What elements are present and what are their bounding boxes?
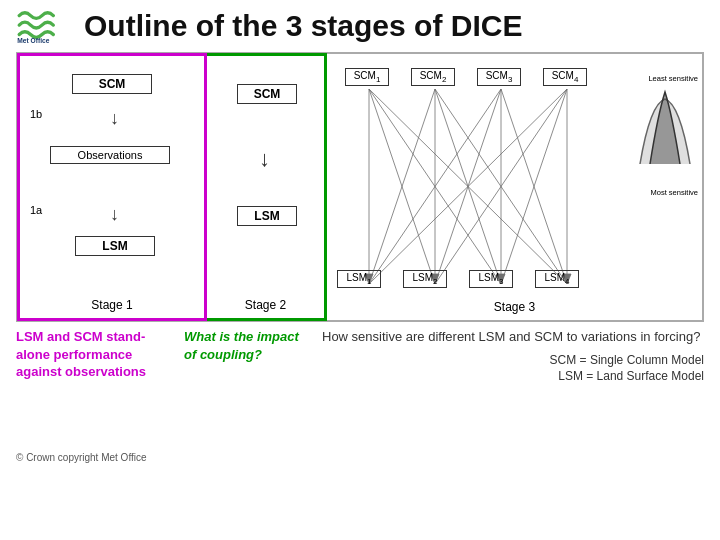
stage2-panel: SCM ↓ LSM Stage 2 — [207, 53, 327, 321]
bottom-col2: What is the impact of coupling? — [184, 328, 314, 448]
copyright: © Crown copyright Met Office — [16, 452, 720, 463]
stage1-scm-box: SCM — [72, 74, 152, 94]
stage3-scm3: SCM3 — [477, 68, 521, 86]
stage1-1b-label: 1b — [30, 108, 42, 120]
page-title: Outline of the 3 stages of DICE — [84, 9, 522, 43]
bottom-section: LSM and SCM stand-alone performance agai… — [16, 328, 704, 448]
met-office-logo: Met Office — [16, 8, 66, 44]
sensitivity-curve-svg — [630, 84, 695, 184]
stage3-panel: SCM1 SCM2 SCM3 SCM4 — [327, 53, 703, 321]
stage2-down-arrow: ↓ — [259, 146, 270, 172]
col1-text: LSM and SCM stand-alone performance agai… — [16, 328, 176, 381]
bottom-col3: How sensitive are different LSM and SCM … — [322, 328, 704, 448]
stage1-down-arrow1: ↓ — [110, 108, 119, 129]
svg-text:Met Office: Met Office — [17, 37, 49, 44]
stage3-lsm2: LSM2 — [403, 270, 447, 288]
stage1-down-arrow2: ↓ — [110, 204, 119, 225]
stage3-lsm-row: LSM1 LSM2 LSM3 LSM4 — [327, 270, 579, 288]
stage2-scm-box: SCM — [237, 84, 297, 104]
stage3-label: Stage 3 — [494, 300, 535, 314]
stage1-1a-label: 1a — [30, 204, 42, 216]
stage3-lsm4: LSM4 — [535, 270, 579, 288]
col3-line1: How sensitive are different LSM and SCM … — [322, 328, 704, 346]
col2-text: What is the impact of coupling? — [184, 328, 314, 363]
stage3-lsm3: LSM3 — [469, 270, 513, 288]
stage3-scm2: SCM2 — [411, 68, 455, 86]
stage3-scm4: SCM4 — [543, 68, 587, 86]
stage1-panel: SCM 1b ↓ Observations 1a ↓ LSM Stage 1 — [17, 53, 207, 321]
most-sensitive-label: Most sensitive — [630, 188, 698, 198]
stage3-lsm1: LSM1 — [337, 270, 381, 288]
stage3-connection-lines — [337, 89, 657, 284]
stage3-scm1: SCM1 — [345, 68, 389, 86]
sensitivity-chart: Least sensitive Most sensitive — [630, 74, 698, 198]
stage2-label: Stage 2 — [245, 298, 286, 312]
stage1-observations-box: Observations — [50, 146, 170, 164]
diagram-section: SCM 1b ↓ Observations 1a ↓ LSM Stage 1 S… — [16, 52, 704, 322]
stage1-label: Stage 1 — [91, 298, 132, 312]
col3-line2: SCM = Single Column Model LSM = Land Sur… — [322, 352, 704, 386]
stage1-lsm-box: LSM — [75, 236, 155, 256]
header: Met Office Outline of the 3 stages of DI… — [0, 0, 720, 48]
stage3-scm-row: SCM1 SCM2 SCM3 SCM4 — [335, 62, 694, 86]
stage2-lsm-box: LSM — [237, 206, 297, 226]
bottom-col1: LSM and SCM stand-alone performance agai… — [16, 328, 176, 448]
